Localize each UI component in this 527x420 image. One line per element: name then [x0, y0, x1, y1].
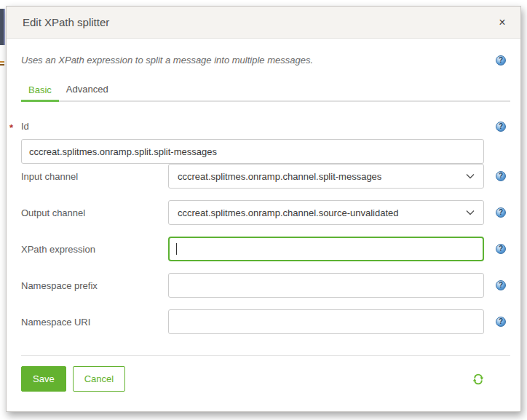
namespace-prefix-label: Namespace prefix — [21, 280, 168, 291]
help-icon[interactable]: ? — [496, 55, 506, 66]
dialog-description: Uses an XPath expression to split a mess… — [21, 55, 484, 66]
id-input[interactable] — [21, 139, 484, 164]
tab-advanced[interactable]: Advanced — [59, 79, 116, 100]
chevron-down-icon — [466, 173, 475, 179]
output-channel-select[interactable]: cccreat.splitmes.onramp.channel.source-u… — [168, 200, 484, 225]
namespace-prefix-input[interactable] — [168, 273, 484, 298]
help-icon[interactable]: ? — [496, 171, 506, 181]
output-channel-value: cccreat.splitmes.onramp.channel.source-u… — [178, 207, 460, 218]
footer-divider — [21, 355, 510, 356]
namespace-uri-label: Namespace URI — [21, 317, 168, 328]
field-id: * Id ? — [21, 121, 510, 164]
tab-bar: Basic Advanced — [21, 79, 510, 102]
input-channel-value: cccreat.splitmes.onramp.channel.split-me… — [178, 171, 460, 182]
input-channel-label: Input channel — [21, 171, 168, 182]
close-icon[interactable]: × — [491, 7, 513, 39]
help-icon[interactable]: ? — [496, 317, 506, 327]
xpath-expression-label: XPath expression — [21, 244, 168, 255]
description-row: Uses an XPath expression to split a mess… — [21, 55, 510, 66]
background-marker — [0, 61, 4, 63]
field-namespace-prefix: Namespace prefix ? — [21, 273, 510, 298]
field-output-channel: Output channel cccreat.splitmes.onramp.c… — [21, 200, 510, 225]
edit-xpath-splitter-dialog: Edit XPath splitter × Uses an XPath expr… — [6, 6, 521, 412]
xpath-expression-input[interactable] — [168, 237, 484, 261]
refresh-icon — [472, 373, 484, 385]
dialog-title: Edit XPath splitter — [7, 7, 520, 39]
field-xpath-expression: XPath expression ? — [21, 237, 510, 261]
background-sidebar-edge — [0, 9, 5, 45]
help-icon[interactable]: ? — [496, 122, 506, 132]
namespace-uri-input[interactable] — [168, 309, 484, 334]
dialog-footer: Save Cancel — [21, 366, 510, 392]
help-icon[interactable]: ? — [496, 244, 506, 254]
save-button[interactable]: Save — [21, 366, 66, 392]
cancel-button[interactable]: Cancel — [73, 366, 125, 392]
id-label: Id — [21, 121, 484, 132]
help-icon[interactable]: ? — [496, 280, 506, 290]
field-input-channel: Input channel cccreat.splitmes.onramp.ch… — [21, 164, 510, 189]
text-caret — [176, 243, 177, 255]
required-asterisk: * — [9, 122, 13, 133]
dialog-body: Uses an XPath expression to split a mess… — [7, 55, 520, 392]
background-marker — [0, 64, 4, 66]
refresh-button[interactable] — [472, 373, 484, 385]
field-namespace-uri: Namespace URI ? — [21, 309, 510, 334]
input-channel-select[interactable]: cccreat.splitmes.onramp.channel.split-me… — [168, 164, 484, 189]
dialog-header: Edit XPath splitter × — [7, 7, 520, 39]
chevron-down-icon — [466, 210, 475, 215]
output-channel-label: Output channel — [21, 207, 168, 218]
help-icon[interactable]: ? — [496, 207, 506, 218]
tab-basic[interactable]: Basic — [21, 79, 59, 102]
